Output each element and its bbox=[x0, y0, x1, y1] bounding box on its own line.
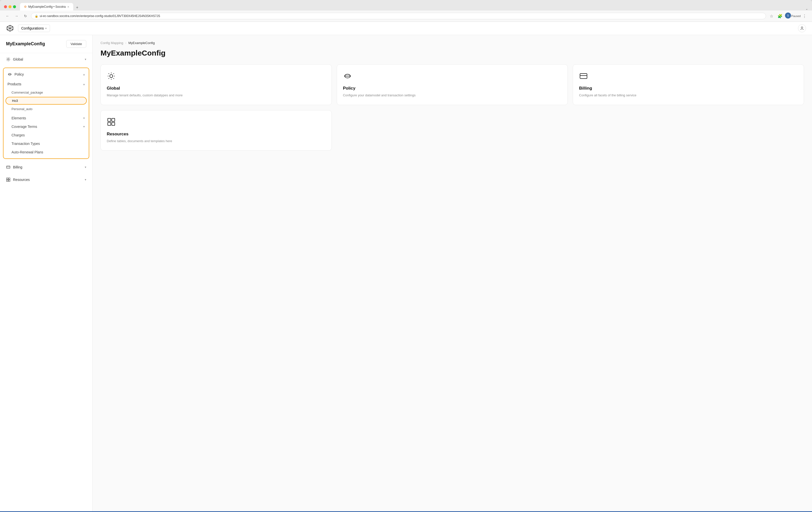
sidebar-resources-label: Resources bbox=[13, 178, 82, 182]
app-header: Configurations ▾ bbox=[0, 22, 812, 35]
new-tab-button[interactable]: + bbox=[74, 4, 80, 10]
close-button[interactable] bbox=[4, 5, 7, 8]
card-resources-title: Resources bbox=[107, 132, 325, 137]
browser-titlebar: ⚙ MyExampleConfig • Socotra ✕ + ⌄ bbox=[0, 0, 812, 10]
sidebar-global-label: Global bbox=[13, 57, 82, 61]
sidebar-product-item-ho3[interactable]: Ho3 bbox=[5, 97, 87, 105]
tab-list-dropdown[interactable]: ⌄ bbox=[806, 7, 808, 10]
browser-toolbar: ← → ↻ 🔒 ui-ec-sandbox.socotra.com/en/ent… bbox=[0, 10, 812, 22]
sidebar-section-billing: Billing ▾ bbox=[0, 161, 92, 173]
billing-icon bbox=[6, 165, 10, 169]
sidebar-policy-sub-items: Elements ▾ Coverage Terms ▾ Charges Tran… bbox=[3, 113, 89, 157]
sidebar: MyExampleConfig Validate Global ▾ bbox=[0, 35, 92, 511]
svg-rect-15 bbox=[108, 123, 111, 125]
card-resources[interactable]: Resources Define tables, documents and t… bbox=[100, 110, 332, 151]
svg-rect-13 bbox=[108, 118, 111, 122]
sidebar-policy-section: Policy ▴ Products ▴ Commercial_package bbox=[3, 68, 89, 159]
svg-rect-6 bbox=[8, 178, 10, 180]
sidebar-item-billing[interactable]: Billing ▾ bbox=[0, 162, 92, 172]
app-container: Configurations ▾ MyExampleConfig Validat… bbox=[0, 22, 812, 511]
card-resources-desc: Define tables, documents and templates h… bbox=[107, 139, 325, 144]
sidebar-billing-label: Billing bbox=[13, 165, 82, 169]
sidebar-item-policy[interactable]: Policy ▴ bbox=[3, 69, 89, 80]
svg-point-1 bbox=[7, 58, 9, 60]
sidebar-products-list: Commercial_package Ho3 Personal_auto bbox=[3, 88, 89, 113]
sidebar-item-resources[interactable]: Resources ▾ bbox=[0, 174, 92, 185]
forward-button[interactable]: → bbox=[13, 12, 20, 20]
sidebar-products-label: Products bbox=[7, 82, 21, 86]
svg-rect-5 bbox=[6, 178, 8, 180]
card-policy-title: Policy bbox=[343, 86, 562, 91]
header-right bbox=[798, 24, 806, 32]
configurations-label: Configurations bbox=[21, 26, 44, 30]
gear-icon bbox=[6, 57, 10, 61]
card-policy-icon bbox=[343, 72, 562, 82]
chevron-up-icon: ▴ bbox=[83, 73, 85, 76]
cards-bottom-grid: Resources Define tables, documents and t… bbox=[100, 110, 804, 151]
sidebar-products-header[interactable]: Products ▴ bbox=[3, 80, 89, 88]
svg-rect-3 bbox=[6, 166, 10, 168]
tab-bar: ⚙ MyExampleConfig • Socotra ✕ + ⌄ bbox=[20, 3, 808, 10]
sidebar-item-global[interactable]: Global ▾ bbox=[0, 54, 92, 64]
sidebar-product-item-commercial[interactable]: Commercial_package bbox=[3, 88, 89, 96]
chevron-down-icon: ▾ bbox=[85, 165, 86, 169]
sidebar-item-auto-renewal-plans[interactable]: Auto-Renewal Plans bbox=[3, 148, 89, 156]
url-text: ui-ec-sandbox.socotra.com/en/enterprise-… bbox=[40, 14, 762, 18]
svg-point-9 bbox=[110, 75, 113, 78]
sidebar-header: MyExampleConfig Validate bbox=[0, 35, 92, 53]
maximize-button[interactable] bbox=[13, 5, 16, 8]
card-policy[interactable]: Policy Configure your datamodel and tran… bbox=[337, 64, 568, 105]
user-avatar[interactable] bbox=[798, 24, 806, 32]
reload-button[interactable]: ↻ bbox=[22, 12, 29, 20]
svg-rect-8 bbox=[8, 180, 10, 182]
profile-icon[interactable]: S bbox=[785, 12, 791, 19]
validate-button[interactable]: Validate bbox=[66, 40, 86, 48]
browser-tab[interactable]: ⚙ MyExampleConfig • Socotra ✕ bbox=[20, 3, 73, 10]
sidebar-products-section: Products ▴ Commercial_package Ho3 Per bbox=[3, 80, 89, 113]
svg-rect-11 bbox=[580, 74, 587, 79]
back-button[interactable]: ← bbox=[4, 12, 11, 20]
card-billing[interactable]: Billing Configure all facets of the bill… bbox=[573, 64, 804, 105]
svg-rect-14 bbox=[112, 118, 115, 122]
address-bar[interactable]: 🔒 ui-ec-sandbox.socotra.com/en/enterpris… bbox=[31, 13, 766, 19]
socotra-logo-icon bbox=[6, 24, 14, 32]
chevron-down-icon: ▾ bbox=[45, 27, 47, 30]
menu-icon[interactable]: ⋮ bbox=[801, 12, 808, 20]
sidebar-product-item-personal-auto[interactable]: Personal_auto bbox=[3, 105, 89, 113]
tab-favicon: ⚙ bbox=[24, 5, 27, 8]
chevron-down-icon: ▾ bbox=[85, 178, 86, 182]
chevron-up-icon: ▴ bbox=[83, 82, 85, 86]
svg-rect-7 bbox=[6, 180, 8, 182]
sidebar-item-coverage-terms[interactable]: Coverage Terms ▾ bbox=[3, 123, 89, 131]
toolbar-actions: ☆ 🧩 S Paused ⋮ bbox=[768, 12, 808, 20]
card-resources-icon bbox=[107, 117, 325, 128]
page-title: MyExampleConfig bbox=[100, 49, 804, 57]
sidebar-item-charges[interactable]: Charges bbox=[3, 131, 89, 139]
app-logo bbox=[6, 24, 14, 32]
extensions-icon[interactable]: 🧩 bbox=[777, 12, 783, 20]
minimize-button[interactable] bbox=[8, 5, 11, 8]
sidebar-item-transaction-types[interactable]: Transaction Types bbox=[3, 139, 89, 148]
browser-window: ⚙ MyExampleConfig • Socotra ✕ + ⌄ ← → ↻ … bbox=[0, 0, 812, 512]
configurations-dropdown[interactable]: Configurations ▾ bbox=[18, 25, 50, 32]
breadcrumb: Config Mapping › MyExampleConfig bbox=[100, 41, 804, 45]
svg-rect-16 bbox=[112, 123, 115, 125]
paused-badge[interactable]: Paused bbox=[792, 12, 800, 20]
bookmark-icon[interactable]: ☆ bbox=[768, 12, 775, 20]
user-icon bbox=[800, 26, 804, 30]
card-billing-icon bbox=[579, 72, 798, 82]
sidebar-policy-label: Policy bbox=[14, 72, 81, 76]
card-global[interactable]: Global Manage tenant defaults, custom da… bbox=[100, 64, 332, 105]
sidebar-section-global: Global ▾ bbox=[0, 53, 92, 65]
lock-icon: 🔒 bbox=[35, 15, 38, 18]
chevron-down-icon: ▾ bbox=[85, 58, 86, 61]
sidebar-item-elements[interactable]: Elements ▾ bbox=[3, 114, 89, 123]
breadcrumb-parent[interactable]: Config Mapping bbox=[100, 41, 123, 45]
tab-close-icon[interactable]: ✕ bbox=[67, 5, 69, 8]
breadcrumb-separator: › bbox=[125, 41, 126, 45]
tab-title: MyExampleConfig • Socotra bbox=[28, 5, 66, 8]
traffic-lights bbox=[4, 5, 16, 8]
resources-icon bbox=[6, 178, 10, 182]
breadcrumb-current: MyExampleConfig bbox=[128, 41, 155, 45]
app-body: MyExampleConfig Validate Global ▾ bbox=[0, 35, 812, 511]
